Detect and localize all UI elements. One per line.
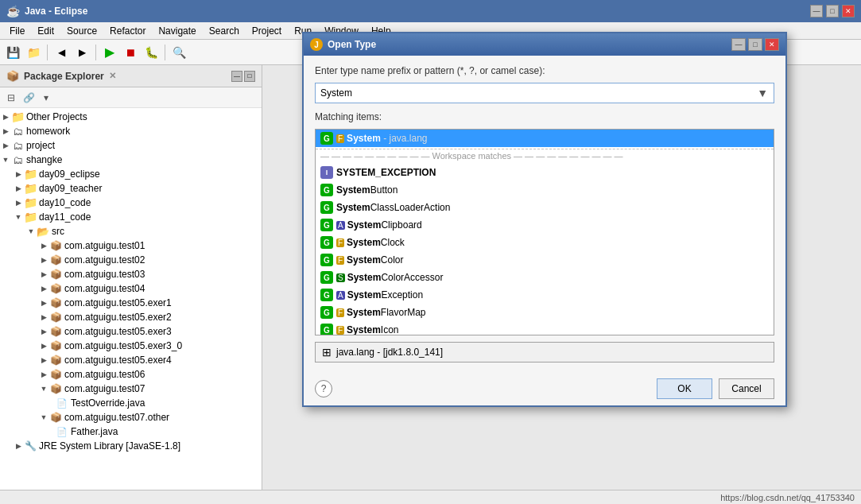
menu-search[interactable]: Search: [203, 24, 246, 38]
tree-item-test04[interactable]: ▶ 📦 com.atguigu.test04: [0, 281, 262, 296]
tree-item-test07other[interactable]: ▼ 📦 com.atguigu.test07.other: [0, 410, 262, 425]
tree-item-src[interactable]: ▼ 📂 src: [0, 224, 262, 238]
result-text: SystemClock: [347, 237, 405, 248]
minimize-button[interactable]: —: [810, 5, 823, 17]
results-list[interactable]: G F System - java.lang — — — — — — — — —…: [315, 129, 774, 335]
tree-item-testoverride[interactable]: 📄 TestOverride.java: [0, 396, 262, 410]
tree-item-day09eclipse[interactable]: ▶ 📁 day09_eclipse: [0, 167, 262, 181]
badge-a: A: [336, 291, 345, 300]
toggle-icon: ▶: [38, 340, 49, 351]
tree-label: JRE System Library [JavaSE-1.8]: [39, 440, 180, 452]
toolbar-open[interactable]: 📁: [24, 43, 43, 62]
toggle-icon: ▶: [38, 326, 49, 337]
result-item-systembutton[interactable]: G SystemButton: [316, 181, 774, 199]
menu-source[interactable]: Source: [60, 24, 103, 38]
tree-item-shangke[interactable]: ▼ 🗂 shangke: [0, 153, 262, 167]
tree-item-test05exer4[interactable]: ▶ 📦 com.atguigu.test05.exer4: [0, 353, 262, 367]
tree-item-test07[interactable]: ▼ 📦 com.atguigu.test07: [0, 382, 262, 396]
ok-button[interactable]: OK: [657, 378, 712, 399]
tree-item-day11code[interactable]: ▼ 📁 day11_code: [0, 210, 262, 224]
tree-item-test06[interactable]: ▶ 📦 com.atguigu.test06: [0, 367, 262, 382]
toggle-icon: ▶: [38, 240, 49, 251]
class-icon: G: [320, 236, 333, 249]
tree-item-other-projects[interactable]: ▶ 📁 Other Projects: [0, 110, 262, 124]
tree-item-test05exer30[interactable]: ▶ 📦 com.atguigu.test05.exer3_0: [0, 339, 262, 353]
tree-item-test05exer1[interactable]: ▶ 📦 com.atguigu.test05.exer1: [0, 296, 262, 310]
status-icon: ⊞: [322, 346, 332, 359]
class-icon: G: [320, 184, 333, 196]
tree-item-day10code[interactable]: ▶ 📁 day10_code: [0, 196, 262, 210]
menu-file[interactable]: File: [3, 24, 31, 38]
package-icon: 📦: [49, 382, 62, 395]
type-search-input[interactable]: [315, 83, 774, 103]
result-item-systemicon[interactable]: G F SystemIcon: [316, 321, 774, 335]
tree-item-jre[interactable]: ▶ 🔧 JRE System Library [JavaSE-1.8]: [0, 439, 262, 453]
result-item-systemcoloraccessor[interactable]: G S SystemColorAccessor: [316, 269, 774, 286]
dialog-close-btn[interactable]: ✕: [765, 38, 779, 51]
toolbar-forward[interactable]: ▶: [72, 43, 91, 62]
toolbar-run[interactable]: ▶: [100, 43, 119, 62]
view-menu-btn[interactable]: ▾: [38, 90, 54, 106]
dialog-instruction: Enter type name prefix or pattern (*, ?,…: [315, 65, 774, 76]
result-item-system-exception-const[interactable]: I SYSTEM_EXCEPTION: [316, 164, 774, 181]
tree-label: com.atguigu.test07: [64, 383, 145, 394]
result-item-systemclock[interactable]: G F SystemClock: [316, 234, 774, 251]
cancel-button[interactable]: Cancel: [719, 378, 774, 399]
result-text: SystemIcon: [347, 324, 398, 335]
link-editor-btn[interactable]: 🔗: [21, 90, 37, 106]
package-icon: 📦: [49, 254, 62, 266]
result-item-systemclassloader[interactable]: G SystemClassLoaderAction: [316, 199, 774, 216]
menu-refactor[interactable]: Refactor: [103, 24, 152, 38]
title-bar-left: ☕ Java - Eclipse: [6, 5, 87, 17]
menu-navigate[interactable]: Navigate: [152, 24, 202, 38]
package-icon: 📦: [49, 368, 62, 381]
tree-container[interactable]: ▶ 📁 Other Projects ▶ 🗂 homework ▶ 🗂 proj…: [0, 108, 262, 490]
toolbar-sep-2: [95, 45, 96, 60]
result-text: SystemException: [347, 289, 423, 300]
result-text: SystemClassLoaderAction: [336, 202, 450, 213]
toolbar-stop[interactable]: ⏹: [121, 43, 140, 62]
tree-label: shangke: [26, 154, 62, 165]
tree-item-father[interactable]: 📄 Father.java: [0, 425, 262, 439]
tree-item-test05exer3[interactable]: ▶ 📦 com.atguigu.test05.exer3: [0, 324, 262, 339]
collapse-all-btn[interactable]: ⊟: [3, 90, 19, 106]
dropdown-arrow-icon[interactable]: ▼: [757, 87, 768, 99]
result-item-system[interactable]: G F System - java.lang: [316, 130, 774, 147]
maximize-button[interactable]: □: [826, 5, 839, 17]
tree-label: day09_teacher: [39, 183, 102, 194]
dialog-maximize-btn[interactable]: □: [748, 38, 762, 51]
menu-edit[interactable]: Edit: [31, 24, 60, 38]
bold-text: System: [347, 307, 381, 318]
toolbar-search[interactable]: 🔍: [169, 43, 188, 62]
package-explorer-panel: 📦 Package Explorer ✕ — □ ⊟ 🔗 ▾ ▶ 📁: [0, 65, 262, 490]
result-item-systemexception2[interactable]: G A SystemException: [316, 286, 774, 304]
bold-text: SYSTEM_EXCEPTION: [336, 167, 436, 178]
tree-item-test01[interactable]: ▶ 📦 com.atguigu.test01: [0, 238, 262, 253]
result-item-systemclipboard[interactable]: G A SystemClipboard: [316, 216, 774, 234]
toggle-icon: ▶: [38, 312, 49, 323]
tree-label: homework: [26, 126, 70, 137]
close-button[interactable]: ✕: [842, 5, 855, 17]
toolbar-back[interactable]: ◀: [52, 43, 71, 62]
toolbar-save[interactable]: 💾: [3, 43, 22, 62]
dialog-minimize-btn[interactable]: —: [731, 38, 746, 51]
result-item-systemflavormap[interactable]: G F SystemFlavorMap: [316, 304, 774, 321]
toolbar-debug[interactable]: 🐛: [142, 43, 161, 62]
result-item-systemcolor[interactable]: G F SystemColor: [316, 251, 774, 269]
result-text-system: System - java.lang: [347, 133, 427, 144]
tree-item-day09teacher[interactable]: ▶ 📁 day09_teacher: [0, 181, 262, 196]
tree-item-test03[interactable]: ▶ 📦 com.atguigu.test03: [0, 267, 262, 281]
menu-project[interactable]: Project: [246, 24, 288, 38]
help-button[interactable]: ?: [315, 380, 332, 397]
tree-label: com.atguigu.test05.exer3: [64, 326, 172, 337]
tree-item-project[interactable]: ▶ 🗂 project: [0, 138, 262, 153]
panel-minimize-btn[interactable]: —: [231, 71, 242, 82]
tree-item-test05exer2[interactable]: ▶ 📦 com.atguigu.test05.exer2: [0, 310, 262, 324]
window-title: Java - Eclipse: [25, 6, 87, 17]
tree-item-homework[interactable]: ▶ 🗂 homework: [0, 124, 262, 138]
toolbar-sep-3: [165, 45, 165, 60]
tree-label: com.atguigu.test03: [64, 269, 145, 280]
tree-item-test02[interactable]: ▶ 📦 com.atguigu.test02: [0, 253, 262, 267]
panel-maximize-btn[interactable]: □: [244, 71, 255, 82]
toggle-icon: ▼: [38, 412, 49, 423]
